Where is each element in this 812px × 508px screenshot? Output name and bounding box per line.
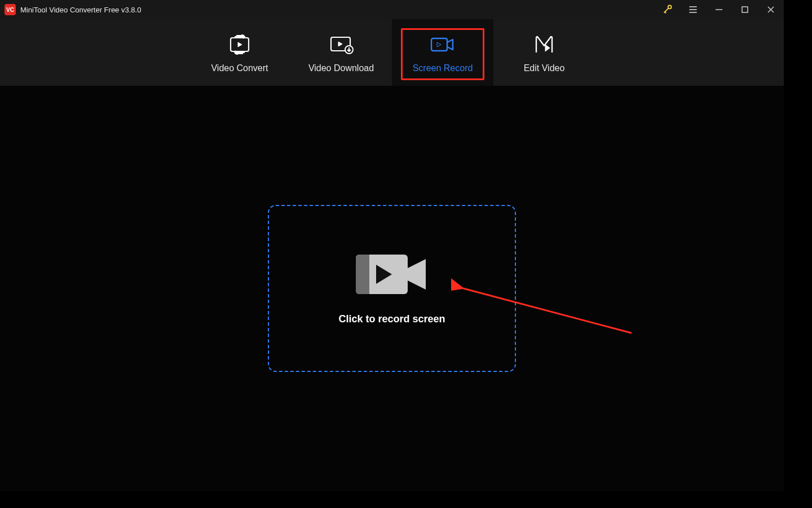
tab-label: Edit Video — [524, 63, 565, 73]
svg-point-0 — [668, 5, 672, 8]
svg-rect-7 — [742, 7, 748, 12]
svg-marker-11 — [238, 42, 242, 47]
title-bar: VC MiniTool Video Converter Free v3.8.0 — [0, 0, 784, 19]
svg-line-2 — [665, 12, 666, 13]
svg-marker-17 — [437, 42, 441, 47]
tab-video-download[interactable]: Video Download — [290, 19, 392, 86]
window-controls — [654, 0, 784, 19]
tab-edit-video[interactable]: Edit Video — [493, 19, 595, 86]
camcorder-icon — [356, 252, 428, 299]
window-title: MiniTool Video Converter Free v3.8.0 — [20, 6, 141, 14]
edit-video-icon — [533, 32, 555, 58]
tab-screen-record[interactable]: Screen Record — [392, 19, 493, 86]
content-area: Click to record screen — [0, 86, 784, 491]
svg-rect-16 — [431, 38, 447, 51]
tab-label: Video Convert — [211, 63, 268, 73]
tab-video-convert[interactable]: Video Convert — [189, 19, 290, 86]
svg-marker-18 — [545, 45, 550, 51]
svg-marker-13 — [338, 42, 342, 46]
tab-label: Screen Record — [413, 63, 473, 73]
menu-icon[interactable] — [680, 0, 706, 19]
minimize-button[interactable] — [706, 0, 732, 19]
upgrade-key-icon[interactable] — [654, 0, 680, 19]
maximize-button[interactable] — [732, 0, 758, 19]
svg-line-1 — [664, 8, 669, 13]
app-logo-icon: VC — [5, 4, 16, 15]
svg-rect-21 — [369, 255, 373, 294]
tab-label: Video Download — [308, 63, 374, 73]
app-logo-text: VC — [6, 7, 14, 13]
app-window: VC MiniTool Video Converter Free v3.8.0 — [0, 0, 784, 491]
close-button[interactable] — [758, 0, 784, 19]
record-cta-label: Click to record screen — [338, 313, 445, 325]
main-tabs: Video Convert Video Download — [0, 19, 784, 86]
convert-icon — [227, 32, 252, 58]
record-icon — [430, 32, 456, 58]
record-screen-button[interactable]: Click to record screen — [268, 205, 516, 372]
download-icon — [329, 32, 354, 58]
